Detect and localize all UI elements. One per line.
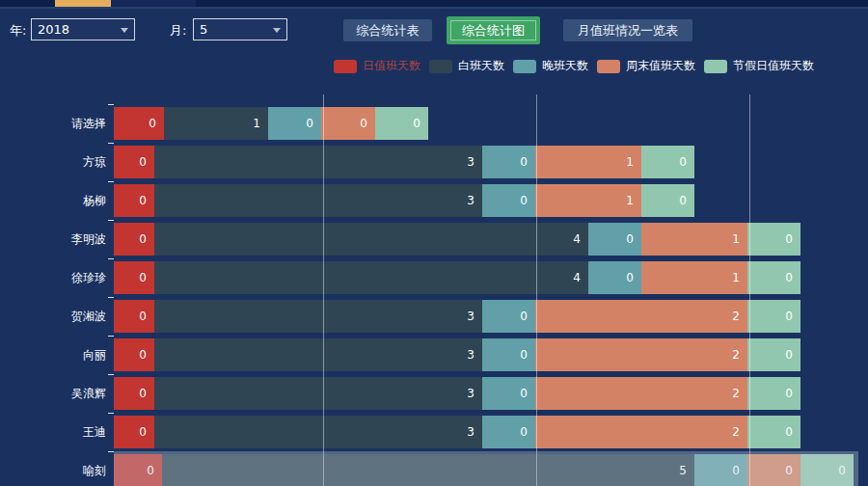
legend-item-3[interactable]: 晚班天数 xyxy=(513,58,588,74)
month-select-value: 5 xyxy=(200,22,207,37)
chart-legend: 日值班天数白班天数晚班天数周末值班天数节假日值班天数 xyxy=(334,58,814,74)
legend-label: 晚班天数 xyxy=(542,58,588,74)
chevron-down-icon xyxy=(273,28,281,33)
summary-chart-button[interactable]: 综合统计图 xyxy=(447,16,540,44)
legend-label: 周末值班天数 xyxy=(626,58,695,74)
year-label: 年: xyxy=(10,22,26,40)
chevron-down-icon xyxy=(121,28,128,33)
duty-statistics-page: 年: 2018 月: 5 综合统计表 综合统计图 月值班情况一览表 日值班天数白… xyxy=(0,0,868,486)
month-select[interactable]: 5 xyxy=(193,18,287,40)
legend-swatch-icon xyxy=(429,60,452,73)
legend-label: 日值班天数 xyxy=(363,58,420,74)
legend-item-2[interactable]: 白班天数 xyxy=(429,58,504,74)
legend-swatch-icon xyxy=(597,60,620,73)
summary-table-button[interactable]: 综合统计表 xyxy=(343,19,432,41)
year-select-value: 2018 xyxy=(38,22,69,37)
legend-label: 节假日值班天数 xyxy=(733,58,814,74)
legend-swatch-icon xyxy=(334,60,357,73)
year-select[interactable]: 2018 xyxy=(31,18,135,40)
legend-item-5[interactable]: 节假日值班天数 xyxy=(704,58,814,74)
legend-label: 白班天数 xyxy=(458,58,504,74)
month-label: 月: xyxy=(170,22,186,40)
legend-swatch-icon xyxy=(704,60,727,73)
legend-item-4[interactable]: 周末值班天数 xyxy=(597,58,695,74)
monthly-duty-list-button[interactable]: 月值班情况一览表 xyxy=(563,19,692,41)
legend-swatch-icon xyxy=(513,60,536,73)
legend-item-1[interactable]: 日值班天数 xyxy=(334,58,420,74)
